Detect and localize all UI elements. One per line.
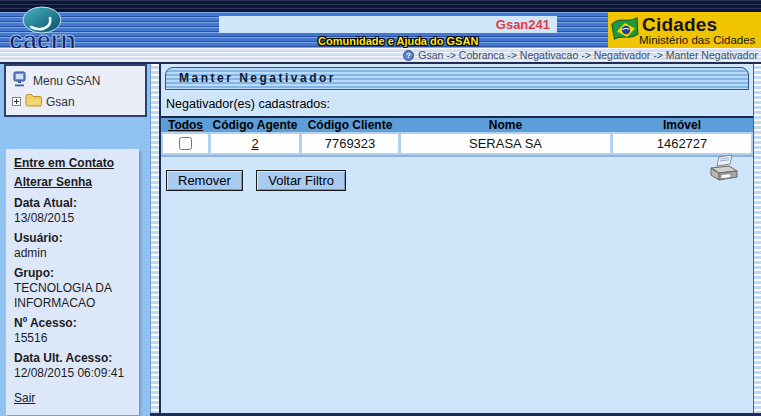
row-checkbox-cell bbox=[163, 134, 208, 153]
ministry-brand: Cidades Ministério das Cidades bbox=[608, 12, 761, 48]
computer-icon bbox=[12, 71, 27, 90]
top-bar bbox=[0, 0, 761, 12]
menu-gsan-root[interactable]: Menu GSAN bbox=[12, 71, 141, 90]
table-header-row: Todos Código Agente Código Cliente Nome … bbox=[161, 116, 753, 132]
expand-plus-icon[interactable] bbox=[12, 95, 21, 109]
col-imovel: Imóvel bbox=[613, 118, 751, 132]
info-last-access: Data Ult. Acesso: 12/08/2015 06:09:41 bbox=[14, 351, 137, 381]
col-codigo-cliente: Código Cliente bbox=[302, 118, 398, 132]
folder-icon bbox=[25, 93, 42, 110]
right-gutter bbox=[753, 64, 761, 416]
select-all-header[interactable]: Todos bbox=[163, 118, 208, 132]
svg-text:?: ? bbox=[406, 51, 411, 60]
voltar-filtro-button[interactable]: Voltar Filtro bbox=[256, 170, 346, 191]
remover-button[interactable]: Remover bbox=[166, 170, 243, 191]
action-buttons: Remover Voltar Filtro bbox=[166, 170, 753, 191]
version-label: Gsan241 bbox=[219, 16, 557, 33]
table-row: 2 7769323 SERASA SA 1462727 bbox=[161, 132, 753, 157]
printer-icon[interactable] bbox=[707, 154, 740, 189]
brand-title: Cidades bbox=[642, 14, 717, 36]
list-caption: Negativador(es) cadastrados: bbox=[166, 97, 753, 111]
cell-codigo-agente: 2 bbox=[211, 134, 299, 153]
select-row-checkbox[interactable] bbox=[179, 137, 192, 150]
change-password-link[interactable]: Alterar Senha bbox=[14, 175, 137, 190]
gsan-page: caern Gsan241 Comunidade e Ajuda do GSAN… bbox=[0, 0, 761, 416]
col-codigo-agente: Código Agente bbox=[211, 118, 299, 132]
logout-link[interactable]: Sair bbox=[14, 391, 137, 406]
sidebar: Menu GSAN Gsan bbox=[0, 64, 150, 416]
info-user: Usuário: admin bbox=[14, 231, 137, 261]
cell-codigo-cliente: 7769323 bbox=[302, 134, 398, 153]
info-current-date: Data Atual: 13/08/2015 bbox=[14, 196, 137, 226]
cell-imovel: 1462727 bbox=[613, 134, 751, 153]
main-panel: Manter Negativador Negativador(es) cadas… bbox=[161, 64, 753, 413]
contact-link[interactable]: Entre em Contato bbox=[14, 156, 137, 171]
left-gutter bbox=[150, 64, 159, 416]
help-icon[interactable]: ? bbox=[403, 50, 414, 61]
brand-subtitle: Ministério das Cidades bbox=[639, 34, 755, 46]
cell-nome: SERASA SA bbox=[401, 134, 610, 153]
community-help-link[interactable]: Comunidade e Ajuda do GSAN bbox=[318, 35, 478, 47]
tree-node-label: Gsan bbox=[46, 95, 75, 109]
breadcrumb: Gsan -> Cobranca -> Negativacao -> Negat… bbox=[418, 49, 758, 61]
menu-title: Menu GSAN bbox=[33, 74, 100, 88]
page-title: Manter Negativador bbox=[165, 67, 749, 90]
info-group: Grupo: TECNOLOGIA DA INFORMACAO bbox=[14, 266, 137, 311]
menu-tree-box: Menu GSAN Gsan bbox=[4, 64, 147, 117]
agent-code-link[interactable]: 2 bbox=[251, 134, 258, 153]
info-access-number: Nº Acesso: 15516 bbox=[14, 316, 137, 346]
tree-node-gsan[interactable]: Gsan bbox=[12, 93, 141, 110]
breadcrumb-bar: ? Gsan -> Cobranca -> Negativacao -> Neg… bbox=[0, 48, 761, 62]
brazil-flag-icon bbox=[610, 15, 642, 49]
session-info-box: Entre em Contato Alterar Senha Data Atua… bbox=[6, 149, 139, 415]
col-nome: Nome bbox=[401, 118, 610, 132]
